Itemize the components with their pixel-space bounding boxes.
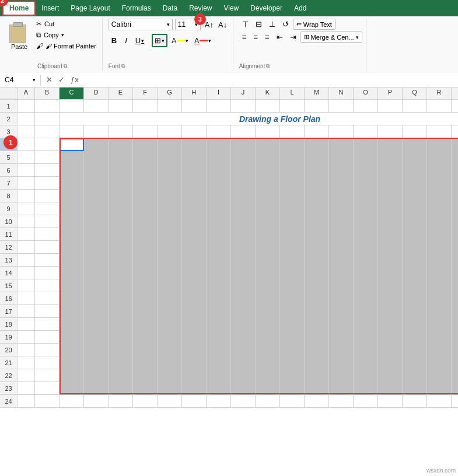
cell-B18[interactable] bbox=[35, 318, 60, 331]
cell-P18[interactable] bbox=[378, 318, 403, 331]
cell-R22[interactable] bbox=[427, 369, 452, 382]
cell-M1[interactable] bbox=[305, 100, 329, 113]
cell-C21[interactable] bbox=[60, 356, 84, 369]
cell-G22[interactable] bbox=[158, 369, 182, 382]
cell-N11[interactable] bbox=[329, 228, 354, 241]
cell-H3[interactable] bbox=[182, 125, 207, 138]
cell-N9[interactable] bbox=[329, 202, 354, 215]
cell-N23[interactable] bbox=[329, 382, 354, 395]
cell-D3[interactable] bbox=[84, 125, 109, 138]
cell-K23[interactable] bbox=[256, 382, 280, 395]
cell-K16[interactable] bbox=[256, 292, 280, 305]
cell-O11[interactable] bbox=[354, 228, 378, 241]
cell-M17[interactable] bbox=[305, 305, 329, 318]
cell-S9[interactable] bbox=[452, 202, 458, 215]
cell-G23[interactable] bbox=[158, 382, 182, 395]
tab-review[interactable]: Review bbox=[183, 2, 218, 15]
cell-Q15[interactable] bbox=[403, 279, 427, 292]
cell-B3[interactable] bbox=[35, 125, 60, 138]
cell-E7[interactable] bbox=[109, 177, 133, 190]
cell-C10[interactable] bbox=[60, 215, 84, 228]
cell-Q23[interactable] bbox=[403, 382, 427, 395]
copy-dropdown[interactable]: ▾ bbox=[61, 32, 64, 38]
cell-A14[interactable] bbox=[18, 267, 35, 279]
underline-button[interactable]: U ▾ bbox=[132, 35, 147, 46]
cell-C8[interactable] bbox=[60, 190, 84, 202]
cell-D1[interactable] bbox=[84, 100, 109, 113]
cell-L11[interactable] bbox=[280, 228, 305, 241]
cell-L23[interactable] bbox=[280, 382, 305, 395]
cell-D15[interactable] bbox=[84, 279, 109, 292]
col-header-F[interactable]: F bbox=[133, 88, 158, 99]
cell-Q6[interactable] bbox=[403, 164, 427, 177]
cell-J5[interactable] bbox=[231, 151, 256, 164]
cell-P23[interactable] bbox=[378, 382, 403, 395]
cell-E15[interactable] bbox=[109, 279, 133, 292]
cell-R23[interactable] bbox=[427, 382, 452, 395]
cell-G15[interactable] bbox=[158, 279, 182, 292]
cell-O23[interactable] bbox=[354, 382, 378, 395]
cell-Q19[interactable] bbox=[403, 331, 427, 344]
cell-G4[interactable] bbox=[158, 138, 182, 151]
cell-O17[interactable] bbox=[354, 305, 378, 318]
cell-S18[interactable] bbox=[452, 318, 458, 331]
cell-O5[interactable] bbox=[354, 151, 378, 164]
cell-H10[interactable] bbox=[182, 215, 207, 228]
cell-F22[interactable] bbox=[133, 369, 158, 382]
cell-J1[interactable] bbox=[231, 100, 256, 113]
cell-S3[interactable] bbox=[452, 125, 458, 138]
cell-F8[interactable] bbox=[133, 190, 158, 202]
cell-M21[interactable] bbox=[305, 356, 329, 369]
cell-F23[interactable] bbox=[133, 382, 158, 395]
cell-Q12[interactable] bbox=[403, 241, 427, 254]
cell-P12[interactable] bbox=[378, 241, 403, 254]
cell-M13[interactable] bbox=[305, 254, 329, 267]
cell-P10[interactable] bbox=[378, 215, 403, 228]
cell-M12[interactable] bbox=[305, 241, 329, 254]
formula-input[interactable] bbox=[84, 76, 458, 84]
cell-O4[interactable] bbox=[354, 138, 378, 151]
cell-A15[interactable] bbox=[18, 279, 35, 292]
cell-G16[interactable] bbox=[158, 292, 182, 305]
cell-A5[interactable] bbox=[18, 151, 35, 164]
tab-formulas[interactable]: Formulas bbox=[116, 2, 157, 15]
cell-I12[interactable] bbox=[207, 241, 231, 254]
cell-C2[interactable]: Drawing a Floor Plan bbox=[60, 113, 458, 125]
row-num-12[interactable]: 12 bbox=[0, 241, 17, 254]
cell-K11[interactable] bbox=[256, 228, 280, 241]
cell-A20[interactable] bbox=[18, 344, 35, 356]
cell-G7[interactable] bbox=[158, 177, 182, 190]
cell-F14[interactable] bbox=[133, 267, 158, 279]
cell-S4[interactable] bbox=[452, 138, 458, 151]
cell-K9[interactable] bbox=[256, 202, 280, 215]
cell-J15[interactable] bbox=[231, 279, 256, 292]
col-header-O[interactable]: O bbox=[354, 88, 378, 99]
cell-H13[interactable] bbox=[182, 254, 207, 267]
cell-D18[interactable] bbox=[84, 318, 109, 331]
cell-R3[interactable] bbox=[427, 125, 452, 138]
cell-M15[interactable] bbox=[305, 279, 329, 292]
cell-S20[interactable] bbox=[452, 344, 458, 356]
cell-Q20[interactable] bbox=[403, 344, 427, 356]
cell-L1[interactable] bbox=[280, 100, 305, 113]
cell-E3[interactable] bbox=[109, 125, 133, 138]
cell-A22[interactable] bbox=[18, 369, 35, 382]
cell-Q18[interactable] bbox=[403, 318, 427, 331]
cell-J9[interactable] bbox=[231, 202, 256, 215]
cell-Q22[interactable] bbox=[403, 369, 427, 382]
cell-G19[interactable] bbox=[158, 331, 182, 344]
cell-P19[interactable] bbox=[378, 331, 403, 344]
cell-E22[interactable] bbox=[109, 369, 133, 382]
indent-increase-button[interactable]: ⇥ bbox=[287, 32, 299, 43]
cell-H17[interactable] bbox=[182, 305, 207, 318]
border-dropdown-icon[interactable]: ▾ bbox=[162, 38, 165, 44]
cell-A9[interactable] bbox=[18, 202, 35, 215]
cell-D20[interactable] bbox=[84, 344, 109, 356]
cell-N24[interactable] bbox=[329, 395, 354, 408]
cell-K22[interactable] bbox=[256, 369, 280, 382]
cell-F1[interactable] bbox=[133, 100, 158, 113]
cell-B21[interactable] bbox=[35, 356, 60, 369]
cell-F9[interactable] bbox=[133, 202, 158, 215]
cell-C7[interactable] bbox=[60, 177, 84, 190]
fill-color-button[interactable]: A ▾ bbox=[170, 36, 190, 46]
